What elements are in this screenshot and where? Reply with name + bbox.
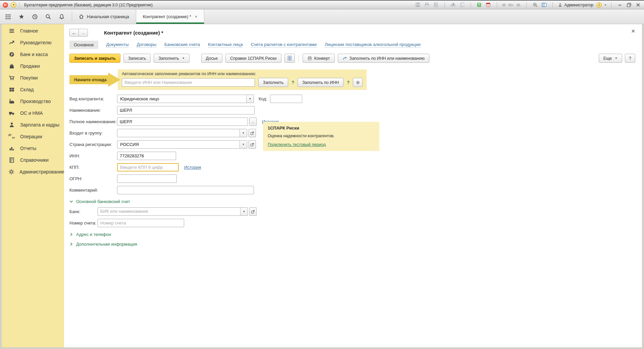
- dropdown-caret-icon[interactable]: ▼: [240, 208, 248, 215]
- account-input[interactable]: [98, 219, 184, 227]
- sidebar-item-salary-hr[interactable]: Зарплата и кадры: [2, 119, 64, 131]
- sidebar-item-directories[interactable]: Справочники: [2, 154, 64, 166]
- calendar-icon[interactable]: 31: [485, 2, 492, 8]
- search-icon[interactable]: [45, 13, 52, 20]
- sidebar-item-sales[interactable]: Продажи: [2, 60, 64, 72]
- nav-link-contacts[interactable]: Контактные лица: [208, 42, 243, 48]
- nav-link-documents[interactable]: Документы: [106, 42, 129, 48]
- envelope-button[interactable]: Конверт: [303, 54, 335, 63]
- save-button[interactable]: Записать: [123, 54, 151, 63]
- sidebar-item-main[interactable]: Главное: [2, 25, 64, 37]
- ruble-coin-icon: [8, 51, 15, 57]
- nav-link-alcohol-licenses[interactable]: Лицензии поставщиков алкогольной продукц…: [325, 42, 421, 48]
- back-button[interactable]: ←: [69, 29, 79, 37]
- forward-button[interactable]: →: [78, 29, 88, 37]
- fill-by-inn-help-link[interactable]: ?: [347, 80, 350, 85]
- copy-icon[interactable]: [459, 2, 466, 8]
- notifications-bell-icon[interactable]: [58, 13, 65, 20]
- sidebar-item-manager[interactable]: Руководителю: [2, 37, 64, 48]
- bank-input[interactable]: [98, 208, 240, 215]
- fill-by-inn-small-button[interactable]: Заполнить по ИНН: [298, 78, 343, 87]
- bank-open-button[interactable]: [249, 207, 257, 216]
- dossier-button[interactable]: Досье: [201, 54, 222, 63]
- spark-title: 1СПАРК Риски: [268, 126, 375, 131]
- spark-reports-button[interactable]: Справки 1СПАРК Риски: [225, 54, 281, 63]
- group-open-button[interactable]: [249, 129, 256, 137]
- tab-home[interactable]: Начальная страница: [72, 9, 136, 24]
- kpp-input[interactable]: [117, 163, 179, 171]
- dropdown-caret-icon[interactable]: ▼: [239, 141, 247, 148]
- fill-by-inn-button[interactable]: Заполнить по ИНН или наименованию: [338, 54, 429, 63]
- split-window-icon[interactable]: [541, 2, 547, 8]
- sidebar-item-purchases[interactable]: Покупки: [2, 72, 64, 84]
- kpp-history-link[interactable]: История: [184, 165, 201, 170]
- sidebar-item-bank-cash[interactable]: Банк и касса: [2, 48, 64, 60]
- person-icon: [8, 122, 15, 128]
- history-icon[interactable]: [32, 13, 38, 20]
- favorites-star-icon[interactable]: ★: [18, 13, 25, 20]
- name-input[interactable]: [117, 106, 255, 114]
- memory-plus-button[interactable]: M+: [508, 3, 514, 7]
- nav-tab-main[interactable]: Основное: [69, 41, 98, 49]
- close-window-button[interactable]: [635, 2, 641, 8]
- country-combobox[interactable]: РОССИЯ ▼: [117, 140, 247, 149]
- sidebar-item-operations[interactable]: ДтКтОперации: [2, 131, 64, 142]
- zoom-icon[interactable]: [532, 2, 538, 8]
- code-input[interactable]: [270, 95, 302, 103]
- info-button[interactable]: i: [596, 2, 602, 8]
- print-icon[interactable]: [424, 2, 430, 8]
- sidebar-item-production[interactable]: Производство: [2, 95, 64, 107]
- address-section-toggle[interactable]: Адрес и телефон: [69, 232, 642, 237]
- bank-combobox[interactable]: ▼: [98, 207, 248, 216]
- autofill-help-link[interactable]: ?: [291, 80, 294, 85]
- form-fields: Вид контрагента: Юридическое лицо ▼ Код:…: [69, 95, 642, 247]
- form-close-icon[interactable]: ✕: [631, 28, 635, 34]
- nav-link-bank-accounts[interactable]: Банковские счета: [164, 42, 200, 48]
- spark-risks-panel: 1СПАРК Риски Оценка надежности контраген…: [263, 122, 379, 151]
- tab-counterparty[interactable]: Контрагент (создание) * ×: [136, 9, 205, 24]
- autofill-fill-button[interactable]: Заполнить: [258, 78, 288, 87]
- maximize-button[interactable]: [626, 2, 632, 8]
- full-name-more-button[interactable]: ...: [249, 117, 257, 126]
- comment-input[interactable]: [117, 186, 254, 194]
- memory-m-button[interactable]: M: [502, 3, 506, 7]
- tools-grid-icon[interactable]: [5, 13, 11, 20]
- save-icon[interactable]: [415, 2, 421, 8]
- link-icon[interactable]: [450, 2, 457, 8]
- dropdown-caret-icon[interactable]: ▼: [246, 95, 254, 103]
- spark-file-button[interactable]: [284, 54, 295, 63]
- sidebar-item-administration[interactable]: Администрирование: [2, 166, 64, 178]
- dropdown-caret-icon[interactable]: ▼: [239, 129, 247, 137]
- inn-input[interactable]: [117, 152, 176, 160]
- calculator-icon[interactable]: [476, 2, 483, 8]
- extra-section-toggle[interactable]: Дополнительная информация: [69, 242, 642, 247]
- tab-close-icon[interactable]: ×: [195, 14, 198, 19]
- spark-trial-link[interactable]: Подключить тестовый период: [268, 142, 326, 147]
- more-button[interactable]: Еще▼: [599, 54, 622, 63]
- user-menu[interactable]: Администратор: [558, 3, 593, 7]
- sidebar-item-reports[interactable]: Отчеты: [2, 142, 64, 154]
- divider: [497, 2, 497, 8]
- help-button[interactable]: ?: [625, 54, 635, 63]
- main-menu-button[interactable]: ▼: [11, 2, 16, 8]
- chevron-down-icon[interactable]: ▾: [605, 3, 606, 6]
- autofill-settings-button[interactable]: [353, 78, 363, 87]
- nav-link-contracts[interactable]: Договоры: [137, 42, 156, 48]
- print-preview-icon[interactable]: [433, 2, 439, 8]
- inn-or-name-input[interactable]: [122, 78, 255, 87]
- sidebar-item-warehouse[interactable]: Склад: [2, 84, 64, 95]
- country-open-button[interactable]: [249, 140, 256, 149]
- memory-minus-button[interactable]: M-: [517, 3, 522, 7]
- fill-dropdown-button[interactable]: Заполнить▼: [154, 54, 189, 63]
- minimize-button[interactable]: [616, 2, 623, 8]
- tab-home-label: Начальная страница: [87, 14, 129, 19]
- sidebar-item-label: Операции: [20, 134, 42, 139]
- sidebar-item-fixed-assets[interactable]: ОС и НМА: [2, 107, 64, 119]
- full-name-input[interactable]: [117, 117, 248, 126]
- group-combobox[interactable]: ▼: [117, 129, 247, 137]
- save-and-close-button[interactable]: Записать и закрыть: [69, 54, 120, 63]
- ogrn-input[interactable]: [117, 174, 177, 183]
- nav-link-settlement-accounts[interactable]: Счета расчетов с контрагентами: [251, 42, 317, 48]
- bank-section-toggle[interactable]: Основной банковский счет: [69, 199, 642, 204]
- kind-combobox[interactable]: Юридическое лицо ▼: [117, 95, 254, 103]
